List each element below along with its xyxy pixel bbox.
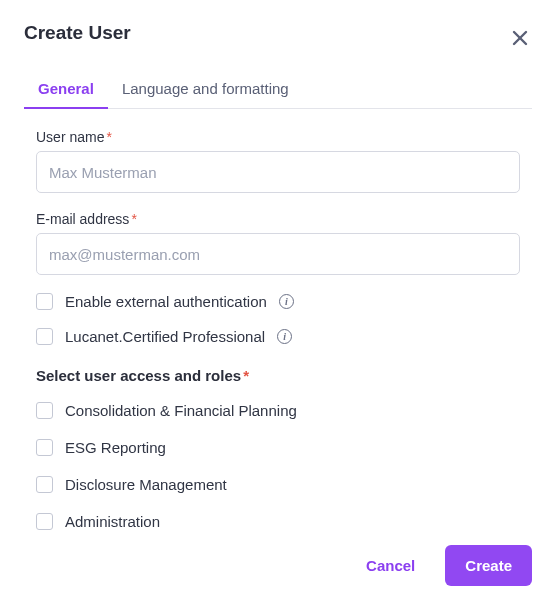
create-button[interactable]: Create [445, 545, 532, 586]
field-username: User name* [36, 129, 520, 193]
info-icon[interactable]: i [279, 294, 294, 309]
role-checkbox[interactable] [36, 476, 53, 493]
role-disclosure-management: Disclosure Management [36, 476, 520, 493]
roles-heading-text: Select user access and roles [36, 367, 241, 384]
username-label: User name* [36, 129, 520, 145]
external-auth-label: Enable external authentication [65, 293, 267, 310]
tab-language-formatting[interactable]: Language and formatting [108, 72, 303, 109]
option-certified: Lucanet.Certified Professional i [36, 328, 520, 345]
modal-header: Create User [24, 22, 532, 50]
modal-title: Create User [24, 22, 131, 44]
modal-footer: Cancel Create [360, 545, 532, 586]
role-esg-reporting: ESG Reporting [36, 439, 520, 456]
close-icon[interactable] [508, 26, 532, 50]
role-label: ESG Reporting [65, 439, 166, 456]
roles-heading: Select user access and roles* [36, 367, 520, 384]
required-mark: * [106, 129, 111, 145]
required-mark: * [131, 211, 136, 227]
tab-general[interactable]: General [24, 72, 108, 109]
role-checkbox[interactable] [36, 439, 53, 456]
role-consolidation: Consolidation & Financial Planning [36, 402, 520, 419]
username-input[interactable] [36, 151, 520, 193]
email-label: E-mail address* [36, 211, 520, 227]
option-external-auth: Enable external authentication i [36, 293, 520, 310]
role-label: Disclosure Management [65, 476, 227, 493]
role-checkbox[interactable] [36, 402, 53, 419]
email-input[interactable] [36, 233, 520, 275]
tab-bar: General Language and formatting [24, 72, 532, 109]
certified-label: Lucanet.Certified Professional [65, 328, 265, 345]
role-checkbox[interactable] [36, 513, 53, 530]
field-email: E-mail address* [36, 211, 520, 275]
role-label: Administration [65, 513, 160, 530]
roles-list: Consolidation & Financial Planning ESG R… [36, 402, 520, 530]
create-user-modal: Create User General Language and formatt… [0, 0, 556, 604]
info-icon[interactable]: i [277, 329, 292, 344]
username-label-text: User name [36, 129, 104, 145]
certified-checkbox[interactable] [36, 328, 53, 345]
role-administration: Administration [36, 513, 520, 530]
required-mark: * [243, 367, 249, 384]
external-auth-checkbox[interactable] [36, 293, 53, 310]
role-label: Consolidation & Financial Planning [65, 402, 297, 419]
cancel-button[interactable]: Cancel [360, 556, 421, 575]
email-label-text: E-mail address [36, 211, 129, 227]
form-body: User name* E-mail address* Enable extern… [24, 109, 532, 530]
